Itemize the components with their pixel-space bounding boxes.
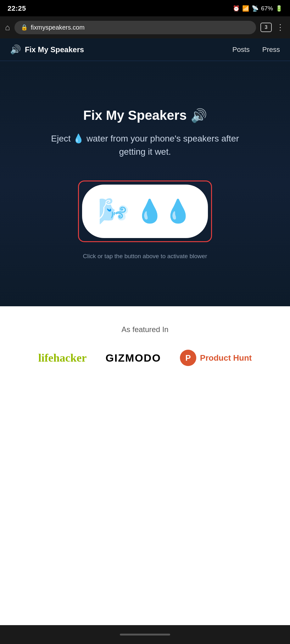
speaker-icon: 🔊	[10, 44, 21, 55]
water-drops-emoji: 💧💧	[136, 198, 192, 225]
browser-bar: ⌂ 🔒 fixmyspeakers.com 3 ⋮	[0, 16, 290, 38]
hero-title: Fix My Speakers 🔊	[83, 108, 207, 123]
nav-link-posts[interactable]: Posts	[232, 46, 250, 54]
wifi-icon: 📶	[242, 5, 249, 12]
brand-name: Fix My Speakers	[25, 45, 84, 54]
status-time: 22:25	[8, 4, 26, 13]
alarm-icon: ⏰	[233, 5, 240, 12]
producthunt-logo[interactable]: P Product Hunt	[180, 350, 252, 366]
gizmodo-text: GIZMODO	[105, 352, 161, 364]
home-icon[interactable]: ⌂	[5, 23, 10, 32]
tab-count-badge[interactable]: 3	[260, 23, 272, 32]
hero-title-icon: 🔊	[191, 108, 207, 123]
wind-emoji: 🌬️	[98, 197, 129, 226]
site-navbar: 🔊 Fix My Speakers Posts Press	[0, 38, 290, 61]
battery-indicator: 67%	[261, 5, 273, 12]
ph-letter: P	[185, 353, 191, 363]
status-bar: 22:25 ⏰ 📶 📡 67% 🔋	[0, 0, 290, 16]
lifehacker-text: lifehacker	[38, 352, 86, 364]
featured-logos: lifehacker GIZMODO P Product Hunt	[13, 350, 277, 366]
nav-links: Posts Press	[232, 46, 280, 54]
blower-button[interactable]: 🌬️ 💧💧	[82, 185, 208, 238]
bottom-nav-indicator	[120, 634, 170, 636]
battery-icon: 🔋	[276, 5, 282, 12]
hero-section: Fix My Speakers 🔊 Eject 💧 water from you…	[0, 61, 290, 306]
lock-icon: 🔒	[21, 24, 28, 31]
lifehacker-logo[interactable]: lifehacker	[38, 351, 86, 364]
ph-text: Product Hunt	[200, 353, 252, 363]
nav-link-press[interactable]: Press	[262, 46, 280, 54]
bottom-nav	[0, 625, 290, 644]
browser-menu-icon[interactable]: ⋮	[276, 23, 285, 32]
blower-hint: Click or tap the button above to activat…	[83, 253, 207, 260]
site-brand[interactable]: 🔊 Fix My Speakers	[10, 44, 84, 55]
signal-icon: 📡	[252, 5, 259, 12]
blower-button-wrapper[interactable]: 🌬️ 💧💧	[78, 180, 212, 242]
featured-section: As featured In lifehacker GIZMODO P Prod…	[0, 306, 290, 391]
featured-title: As featured In	[121, 325, 168, 334]
hero-title-text: Fix My Speakers	[83, 108, 187, 123]
url-bar[interactable]: 🔒 fixmyspeakers.com	[14, 21, 256, 34]
status-icons: ⏰ 📶 📡 67% 🔋	[233, 5, 282, 12]
hero-subtitle: Eject 💧 water from your phone's speakers…	[38, 132, 252, 158]
gizmodo-logo[interactable]: GIZMODO	[105, 352, 161, 364]
ph-circle-badge: P	[180, 350, 196, 366]
url-text: fixmyspeakers.com	[31, 24, 85, 31]
